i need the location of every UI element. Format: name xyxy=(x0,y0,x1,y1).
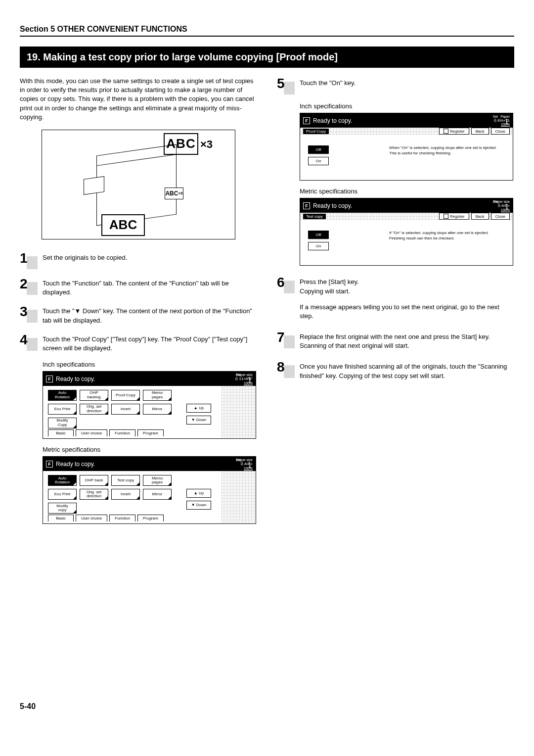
screen-proofcopy-inch: F Ready to copy. Set 1 Paper ⎙ 8½×11 100… xyxy=(300,113,513,181)
register-icon xyxy=(444,214,448,219)
fn-icon: F xyxy=(46,376,53,382)
copier-illustration: ABC ×3 ABC×3 ABC xyxy=(42,130,235,239)
step-number-1: 1 xyxy=(20,251,38,265)
btn-down[interactable]: ▼ Down xyxy=(186,416,211,425)
btn-close[interactable]: Close xyxy=(491,213,510,220)
hint-text: When "On" is selected, copying stops aft… xyxy=(389,145,503,156)
btn-down[interactable]: ▼ Down xyxy=(186,501,211,510)
step-number-8: 8 xyxy=(277,360,295,374)
btn-ohp-backing[interactable]: OHP backing xyxy=(80,390,108,401)
inch-spec-label-2: Inch specifications xyxy=(300,102,514,110)
btn-proof-copy[interactable]: Proof Copy xyxy=(111,390,140,401)
step-number-6: 6 xyxy=(277,276,295,289)
btn-orig-set[interactable]: Orig. set direction xyxy=(80,404,108,415)
copy-count: 1 xyxy=(505,202,509,211)
btn-test-copy[interactable]: Test copy xyxy=(111,475,140,486)
step-number-3: 3 xyxy=(20,305,38,319)
mode-label: Proof Copy xyxy=(303,129,329,134)
btn-off[interactable]: Off xyxy=(308,231,329,239)
step-2-text: Touch the "Function" tab. The content of… xyxy=(43,277,257,297)
illus-abc-big: ABC xyxy=(164,133,198,155)
btn-back[interactable]: Back xyxy=(471,213,489,220)
btn-close[interactable]: Close xyxy=(491,128,510,135)
tab-program[interactable]: Program xyxy=(137,429,164,436)
screen-function-metric: F Ready to copy. Set 1 Paper size ⎙ A4 ⟐… xyxy=(43,456,256,524)
btn-memo-pages[interactable]: Memo pages xyxy=(143,475,172,486)
btn-auto-rotation[interactable]: Auto Rotation xyxy=(48,475,77,486)
copy-count: 1 xyxy=(248,376,252,384)
set-label: Set xyxy=(492,115,498,118)
tab-function[interactable]: Function xyxy=(109,429,135,436)
ready-label: Ready to copy. xyxy=(56,376,95,382)
ready-label: Ready to copy. xyxy=(313,117,352,124)
screen-testcopy-metric: F Ready to copy. Set 1 Paper size ⎙ A4 ⟐… xyxy=(300,198,513,266)
step-6-text: Press the [Start] key. Copying will star… xyxy=(300,276,514,321)
copy-count: 1 xyxy=(505,117,509,126)
hint-text: If "On" is selected, copying stops after… xyxy=(389,231,503,241)
btn-invert[interactable]: Invert xyxy=(111,489,140,500)
illus-abc-bottom: ABC xyxy=(101,214,145,236)
btn-eco-print[interactable]: Eco Print xyxy=(48,489,77,500)
screen-function-inch: F Ready to copy. Set 1 Paper size ⎙ 11×8… xyxy=(43,371,256,439)
mode-label: Test copy xyxy=(303,214,326,219)
metric-spec-label-2: Metric specifications xyxy=(300,188,514,195)
step-number-5: 5 xyxy=(277,77,295,91)
tab-function[interactable]: Function xyxy=(109,515,135,521)
btn-back[interactable]: Back xyxy=(471,128,489,135)
btn-ohp-back[interactable]: OHP back xyxy=(80,475,108,486)
btn-register[interactable]: Register xyxy=(439,128,469,135)
tab-program[interactable]: Program xyxy=(137,515,164,521)
step-1-text: Set the originals to be copied. xyxy=(43,251,257,262)
ready-label: Ready to copy. xyxy=(313,202,352,209)
fn-icon: F xyxy=(46,461,53,468)
btn-modify-copy[interactable]: Modify Copy xyxy=(48,418,77,428)
tab-user-choice[interactable]: User choice xyxy=(76,515,107,521)
illus-abc-small: ABC×3 xyxy=(165,188,183,199)
step-8-text: Once you have finished scanning all of t… xyxy=(300,360,514,380)
btn-mirror[interactable]: Mirror xyxy=(143,404,172,415)
page-title: 19. Making a test copy prior to large vo… xyxy=(20,47,514,68)
step-7-text: Replace the first original with the next… xyxy=(300,331,514,350)
step-number-4: 4 xyxy=(20,333,38,347)
intro-paragraph: With this mode, you can use the same set… xyxy=(20,77,257,122)
set-label: Set xyxy=(235,458,241,462)
step-number-2: 2 xyxy=(20,277,38,291)
btn-off[interactable]: Off xyxy=(308,145,329,154)
btn-invert[interactable]: Invert xyxy=(111,404,140,415)
step-5-text: Touch the "On" key. xyxy=(300,77,514,88)
btn-modify-copy[interactable]: Modify copy xyxy=(48,503,77,514)
btn-up[interactable]: ▲ Up xyxy=(186,489,211,498)
btn-mirror[interactable]: Mirror xyxy=(143,489,172,500)
step-number-7: 7 xyxy=(277,331,295,344)
btn-on[interactable]: On xyxy=(308,242,329,250)
page-number: 5-40 xyxy=(20,702,257,711)
tab-basic[interactable]: Basic xyxy=(48,515,74,521)
fn-icon: F xyxy=(303,202,310,209)
step-3-text: Touch the "▼ Down" key. The content of t… xyxy=(43,305,257,325)
inch-spec-label-1: Inch specifications xyxy=(43,361,257,368)
btn-auto-rotation[interactable]: Auto Rotation xyxy=(48,390,77,401)
fn-icon: F xyxy=(303,117,310,124)
tab-user-choice[interactable]: User choice xyxy=(76,429,107,436)
tab-basic[interactable]: Basic xyxy=(48,429,74,436)
register-icon xyxy=(444,129,448,134)
ready-label: Ready to copy. xyxy=(56,461,95,468)
btn-eco-print[interactable]: Eco Print xyxy=(48,404,77,415)
btn-orig-set[interactable]: Orig. set direction xyxy=(80,489,108,500)
metric-spec-label-1: Metric specifications xyxy=(43,446,257,453)
set-label: Set xyxy=(235,373,241,377)
btn-up[interactable]: ▲ Up xyxy=(186,404,211,413)
set-label: Set xyxy=(492,200,498,203)
btn-register[interactable]: Register xyxy=(439,213,469,220)
btn-on[interactable]: On xyxy=(308,157,329,165)
illus-x3: ×3 xyxy=(200,138,213,151)
section-header: Section 5 OTHER CONVENIENT FUNCTIONS xyxy=(20,25,514,37)
copy-count: 1 xyxy=(248,461,252,470)
step-4-text: Touch the "Proof Copy" ["Test copy"] key… xyxy=(43,333,257,353)
btn-memo-pages[interactable]: Memo pages xyxy=(143,390,172,401)
